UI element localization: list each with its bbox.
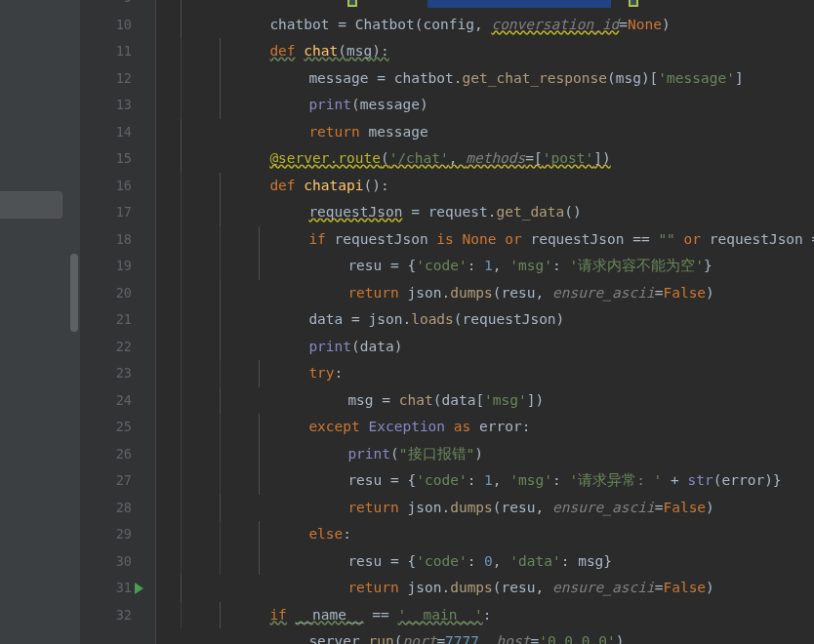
indent-guide: [181, 38, 182, 65]
indent-guide: [220, 360, 221, 387]
line-number: 30: [80, 548, 155, 576]
scrollbar-thumb[interactable]: [70, 254, 78, 332]
scrollbar-vertical[interactable]: [68, 0, 80, 644]
code-line[interactable]: def chatapi():: [156, 145, 814, 173]
code-line[interactable]: if __name__ == '__main__':: [156, 575, 814, 602]
code-line[interactable]: message = chatbot.get_chat_response(msg)…: [156, 38, 814, 65]
line-number: 14: [80, 119, 155, 146]
code-line[interactable]: resu = {'code': 1, 'msg': '请求异常: ' + str…: [156, 441, 814, 468]
code-line[interactable]: def chat(msg):: [156, 12, 814, 39]
indent-guide: [181, 306, 182, 334]
indent-guide: [220, 226, 221, 254]
indent-guide: [259, 253, 260, 280]
line-gutter: 9101112131415161718192021222324252627282…: [80, 0, 156, 644]
project-sidebar: [0, 0, 68, 644]
indent-guide: [220, 414, 221, 441]
code-line[interactable]: msg = chat(data['msg']): [156, 360, 814, 387]
indent-guide: [181, 253, 182, 280]
line-number: 29: [80, 521, 155, 548]
code-line[interactable]: if requestJson is None or requestJson ==…: [156, 199, 814, 226]
indent-guide: [181, 0, 182, 12]
code-line[interactable]: chatbot = Chatbot(config, conversation_i…: [156, 0, 814, 12]
code-line[interactable]: print(data): [156, 306, 814, 334]
line-number: 26: [80, 441, 155, 468]
indent-guide: [181, 467, 182, 495]
indent-guide: [181, 173, 182, 200]
line-number: 21: [80, 306, 155, 334]
indent-guide: [220, 521, 221, 548]
indent-guide: [220, 199, 221, 226]
indent-guide: [259, 467, 260, 495]
line-number: 18: [80, 226, 155, 254]
code-line[interactable]: except Exception as error:: [156, 387, 814, 415]
run-icon[interactable]: [135, 583, 143, 594]
code-line[interactable]: print("接口报错"): [156, 414, 814, 441]
indent-guide: [181, 12, 182, 39]
indent-guide: [220, 441, 221, 468]
line-number: 15: [80, 145, 155, 173]
line-number: 31: [80, 575, 155, 602]
indent-guide: [181, 334, 182, 361]
code-line[interactable]: resu = {'code': 1, 'msg': '请求内容不能为空'}: [156, 226, 814, 254]
indent-guide: [181, 548, 182, 576]
code-line[interactable]: else:: [156, 495, 814, 522]
code-line[interactable]: return json.dumps(resu, ensure_ascii=Fal…: [156, 253, 814, 280]
indent-guide: [181, 280, 182, 307]
matching-brace-highlight: [347, 0, 357, 7]
indent-guide: [220, 253, 221, 280]
sidebar-tool-tab[interactable]: [0, 191, 62, 219]
indent-guide: [259, 414, 260, 441]
indent-guide: [181, 495, 182, 522]
matching-brace-highlight: [629, 0, 638, 7]
line-number: 22: [80, 334, 155, 361]
indent-guide: [259, 521, 260, 548]
indent-guide: [259, 548, 260, 576]
code-line[interactable]: try:: [156, 334, 814, 361]
code-line[interactable]: return message: [156, 92, 814, 119]
line-number: 16: [80, 173, 155, 200]
indent-guide: [220, 467, 221, 495]
line-number: 13: [80, 92, 155, 119]
line-number: 10: [80, 12, 155, 39]
line-number: 20: [80, 280, 155, 307]
indent-guide: [220, 495, 221, 522]
line-number: 11: [80, 38, 155, 65]
indent-guide: [181, 441, 182, 468]
indent-guide: [220, 387, 221, 415]
indent-guide: [181, 387, 182, 415]
code-line[interactable]: return json.dumps(resu, ensure_ascii=Fal…: [156, 548, 814, 576]
indent-guide: [220, 602, 221, 629]
code-line[interactable]: return json.dumps(resu, ensure_ascii=Fal…: [156, 467, 814, 495]
indent-guide: [181, 575, 182, 602]
code-line[interactable]: data = json.loads(requestJson): [156, 280, 814, 307]
indent-guide: [181, 226, 182, 254]
selection: [427, 0, 611, 8]
indent-guide: [220, 92, 221, 119]
indent-guide: [181, 521, 182, 548]
line-number: 27: [80, 467, 155, 495]
indent-guide: [220, 548, 221, 576]
line-number: 24: [80, 387, 155, 415]
indent-guide: [259, 441, 260, 468]
line-number: 17: [80, 199, 155, 226]
line-number: 19: [80, 253, 155, 280]
line-number: 28: [80, 495, 155, 522]
code-line[interactable]: @server.route('/chat', methods=['post']): [156, 119, 814, 146]
code-area[interactable]: chatbot = Chatbot(config, conversation_i…: [156, 0, 814, 644]
code-line[interactable]: requestJson = request.get_data(): [156, 173, 814, 200]
indent-guide: [181, 414, 182, 441]
indent-guide: [181, 92, 182, 119]
line-number: 12: [80, 65, 155, 93]
indent-guide: [181, 360, 182, 387]
code-line[interactable]: server.run(port=7777, host='0.0.0.0'): [156, 602, 814, 629]
indent-guide: [220, 173, 221, 200]
indent-guide: [220, 65, 221, 93]
indent-guide: [181, 199, 182, 226]
code-line[interactable]: resu = {'code': 0, 'data': msg}: [156, 521, 814, 548]
indent-guide: [220, 280, 221, 307]
indent-guide: [220, 38, 221, 65]
line-number: 25: [80, 414, 155, 441]
code-editor[interactable]: 9101112131415161718192021222324252627282…: [80, 0, 814, 644]
line-number: 9: [80, 0, 155, 12]
code-line[interactable]: print(message): [156, 65, 814, 93]
